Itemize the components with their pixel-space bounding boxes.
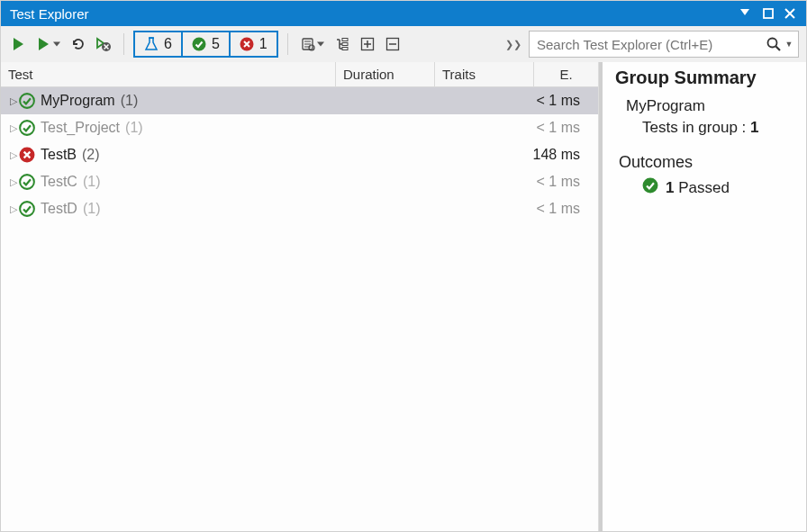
filter-passed-count: 5 (212, 36, 220, 52)
filter-total[interactable]: 6 (135, 32, 183, 56)
test-rows: ▷MyProgram(1)< 1 ms▷Test_Project(1)< 1 m… (1, 87, 598, 531)
column-traits[interactable]: Traits (435, 62, 534, 86)
test-duration: 148 ms (499, 147, 598, 163)
summary-title: Group Summary (615, 68, 793, 88)
summary-pane: Group Summary MyProgram Tests in group :… (599, 62, 806, 531)
test-count: (1) (125, 120, 143, 136)
test-row[interactable]: ▷TestB(2)148 ms (1, 141, 598, 168)
minimize-button[interactable] (736, 3, 757, 24)
filter-total-count: 6 (164, 36, 172, 52)
toolbar: 6 5 1 ❯❯ ▼ (1, 26, 806, 62)
summary-outcome-line: 1 Passed (615, 177, 793, 198)
test-duration: < 1 ms (499, 93, 598, 109)
summary-group-name: MyProgram (615, 97, 793, 115)
search-box[interactable]: ▼ (529, 31, 799, 58)
repeat-last-run-button[interactable] (68, 35, 89, 53)
test-duration: < 1 ms (499, 201, 598, 217)
pass-icon (192, 37, 206, 51)
test-name: MyProgram (41, 93, 115, 109)
column-headers: Test Duration Traits E. (1, 62, 598, 87)
column-error[interactable]: E. (534, 62, 598, 86)
filter-passed[interactable]: 5 (183, 32, 231, 56)
test-count: (1) (83, 174, 101, 190)
test-row[interactable]: ▷TestC(1)< 1 ms (1, 168, 598, 195)
test-duration: < 1 ms (499, 120, 598, 136)
column-test[interactable]: Test (1, 62, 336, 86)
maximize-button[interactable] (757, 3, 779, 24)
flask-icon (144, 37, 159, 51)
status-icon (19, 201, 35, 217)
chevron-down-icon (317, 41, 324, 48)
filter-failed[interactable]: 1 (231, 32, 277, 56)
pass-icon (642, 177, 658, 198)
test-row[interactable]: ▷MyProgram(1)< 1 ms (1, 87, 598, 114)
test-filters: 6 5 1 (133, 31, 278, 58)
summary-outcomes-title: Outcomes (615, 153, 793, 172)
search-icon[interactable] (764, 37, 784, 51)
test-duration: < 1 ms (499, 174, 598, 190)
test-tree-pane: Test Duration Traits E. ▷MyProgram(1)< 1… (1, 62, 599, 531)
test-row[interactable]: ▷Test_Project(1)< 1 ms (1, 114, 598, 141)
expand-icon[interactable]: ▷ (1, 122, 14, 134)
cancel-run-button[interactable] (93, 35, 114, 53)
test-name: TestC (41, 174, 77, 190)
filter-failed-count: 1 (259, 36, 267, 52)
toolbar-overflow[interactable]: ❯❯ (502, 39, 525, 50)
test-name: TestB (41, 147, 77, 163)
expand-icon[interactable]: ▷ (1, 149, 14, 161)
close-button[interactable] (779, 3, 801, 24)
search-input[interactable] (537, 37, 764, 52)
status-icon (19, 120, 35, 136)
test-count: (1) (121, 93, 139, 109)
test-row[interactable]: ▷TestD(1)< 1 ms (1, 195, 598, 222)
test-name: Test_Project (41, 120, 120, 136)
group-by-button[interactable] (331, 35, 353, 53)
summary-tests: Tests in group : 1 (615, 119, 793, 137)
run-all-button[interactable] (8, 35, 30, 53)
expand-icon[interactable]: ▷ (1, 203, 14, 215)
titlebar: Test Explorer (1, 1, 806, 26)
fail-icon (240, 37, 254, 51)
window-title: Test Explorer (10, 6, 736, 22)
test-count: (2) (82, 147, 100, 163)
chevron-down-icon (53, 41, 60, 48)
search-dropdown[interactable]: ▼ (784, 40, 794, 49)
expand-icon[interactable]: ▷ (1, 176, 14, 188)
collapse-all-button[interactable] (382, 35, 404, 53)
status-icon (19, 174, 35, 190)
expand-all-button[interactable] (357, 35, 378, 53)
status-icon (19, 147, 35, 163)
column-duration[interactable]: Duration (336, 62, 435, 86)
test-count: (1) (83, 201, 101, 217)
settings-button[interactable] (297, 35, 328, 53)
expand-icon[interactable]: ▷ (1, 95, 14, 107)
status-icon (19, 93, 35, 109)
test-name: TestD (41, 201, 77, 217)
run-button[interactable] (33, 35, 64, 53)
